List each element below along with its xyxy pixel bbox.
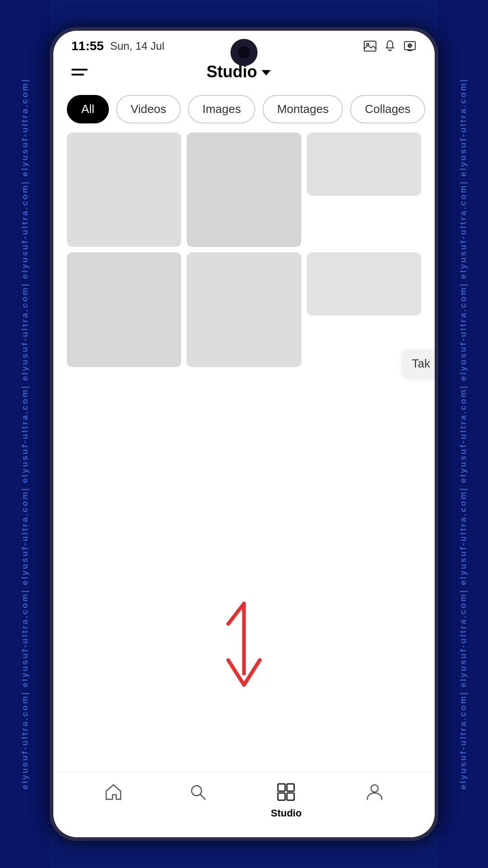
status-icon-gallery [363, 41, 377, 52]
bottom-nav: Studio [53, 771, 435, 837]
svg-rect-9 [278, 784, 285, 791]
tab-images[interactable]: Images [188, 95, 255, 123]
svg-rect-10 [287, 784, 294, 791]
watermark-left-text: elyusuf-ultra.com| elyusuf-ultra.com| el… [20, 78, 30, 789]
nav-studio[interactable]: Studio [271, 780, 301, 819]
nav-profile[interactable] [363, 780, 386, 804]
search-icon [186, 780, 210, 804]
filter-tabs: All Videos Images Montages Collages [53, 90, 435, 132]
media-card-6[interactable] [307, 252, 421, 316]
svg-line-8 [200, 794, 205, 799]
menu-line-2 [71, 74, 84, 75]
media-card-4[interactable] [67, 252, 181, 367]
home-icon [102, 780, 125, 804]
media-grid [67, 132, 421, 367]
svg-rect-11 [278, 793, 285, 800]
menu-icon[interactable] [71, 69, 88, 75]
header-title-text: Studio [206, 62, 257, 81]
watermark-right: elyusuf-ultra.com| elyusuf-ultra.com| el… [438, 0, 488, 868]
nav-studio-label: Studio [271, 807, 301, 819]
menu-line-1 [71, 69, 88, 71]
status-time: 11:55 [71, 39, 104, 53]
tab-videos[interactable]: Videos [116, 95, 181, 123]
studio-icon [274, 780, 298, 804]
media-card-3[interactable] [307, 132, 421, 196]
camera-notch [230, 39, 258, 66]
camera-dot [238, 46, 250, 59]
watermark-left: elyusuf-ultra.com| elyusuf-ultra.com| el… [0, 0, 50, 868]
take-button[interactable]: Tak [403, 349, 435, 378]
nav-home[interactable] [102, 780, 125, 804]
status-date: Sun, 14 Jul [110, 40, 164, 52]
media-card-1[interactable] [67, 132, 181, 247]
watermark-right-text: elyusuf-ultra.com| elyusuf-ultra.com| el… [458, 78, 468, 789]
tab-collages[interactable]: Collages [350, 95, 425, 123]
svg-rect-12 [287, 793, 294, 800]
status-icon-notification [383, 41, 397, 52]
svg-line-6 [228, 604, 244, 624]
tab-all[interactable]: All [67, 95, 109, 123]
svg-rect-0 [364, 41, 376, 51]
phone-screen: 11:55 Sun, 14 Jul [53, 31, 435, 837]
media-card-5[interactable] [187, 252, 301, 367]
arrow-annotation [217, 599, 271, 698]
header-title[interactable]: Studio [206, 62, 271, 81]
phone-frame: 11:55 Sun, 14 Jul [50, 27, 438, 841]
status-icons [363, 41, 417, 52]
status-icon-screen [403, 41, 417, 52]
chevron-down-icon [262, 70, 271, 75]
nav-search[interactable] [186, 780, 210, 804]
take-button-label: Tak [412, 357, 430, 370]
svg-point-13 [371, 785, 378, 792]
profile-icon [363, 780, 386, 804]
media-card-2[interactable] [187, 132, 301, 247]
tab-montages[interactable]: Montages [263, 95, 343, 123]
content-area: Tak [53, 132, 435, 771]
svg-point-4 [408, 44, 412, 47]
